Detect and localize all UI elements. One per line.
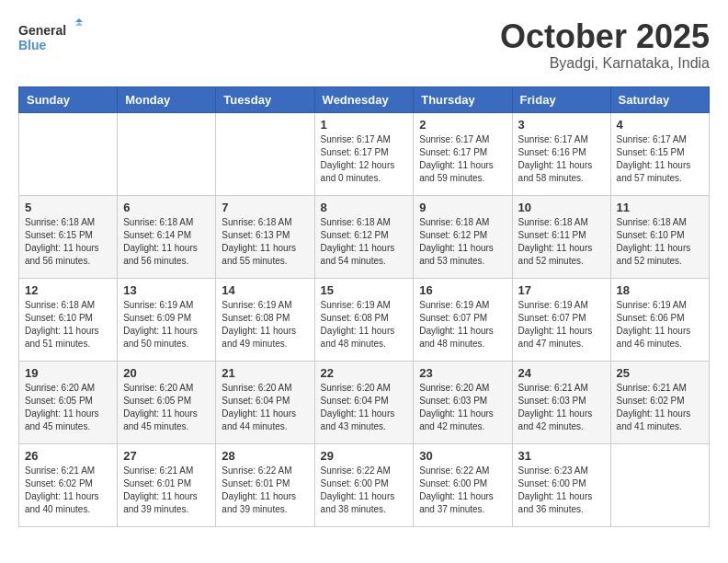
- day-cell: 13Sunrise: 6:19 AMSunset: 6:09 PMDayligh…: [118, 278, 216, 361]
- day-number: 1: [321, 118, 408, 132]
- weekday-header-sunday: Sunday: [19, 86, 118, 112]
- day-number: 23: [419, 366, 506, 380]
- day-info: Sunrise: 6:20 AMSunset: 6:04 PMDaylight:…: [321, 382, 408, 433]
- day-cell: 10Sunrise: 6:18 AMSunset: 6:11 PMDayligh…: [512, 195, 610, 278]
- weekday-header-friday: Friday: [512, 86, 610, 112]
- day-cell: 7Sunrise: 6:18 AMSunset: 6:13 PMDaylight…: [216, 195, 314, 278]
- day-cell: 6Sunrise: 6:18 AMSunset: 6:14 PMDaylight…: [118, 195, 216, 278]
- day-info: Sunrise: 6:18 AMSunset: 6:15 PMDaylight:…: [25, 216, 111, 268]
- logo-svg: General Blue: [18, 18, 83, 55]
- day-info: Sunrise: 6:21 AMSunset: 6:03 PMDaylight:…: [518, 382, 605, 433]
- day-number: 26: [25, 449, 111, 463]
- day-info: Sunrise: 6:22 AMSunset: 6:00 PMDaylight:…: [419, 465, 506, 516]
- logo: General Blue: [18, 18, 83, 55]
- day-info: Sunrise: 6:18 AMSunset: 6:10 PMDaylight:…: [617, 216, 703, 268]
- day-cell: 23Sunrise: 6:20 AMSunset: 6:03 PMDayligh…: [414, 361, 512, 443]
- day-number: 16: [419, 283, 506, 297]
- day-cell: 14Sunrise: 6:19 AMSunset: 6:08 PMDayligh…: [216, 278, 314, 361]
- day-cell: 12Sunrise: 6:18 AMSunset: 6:10 PMDayligh…: [19, 278, 118, 361]
- day-info: Sunrise: 6:17 AMSunset: 6:17 PMDaylight:…: [321, 133, 408, 185]
- day-info: Sunrise: 6:22 AMSunset: 6:01 PMDaylight:…: [222, 465, 308, 516]
- day-cell: 18Sunrise: 6:19 AMSunset: 6:06 PMDayligh…: [610, 278, 709, 361]
- day-info: Sunrise: 6:19 AMSunset: 6:08 PMDaylight:…: [222, 299, 308, 350]
- day-cell: 19Sunrise: 6:20 AMSunset: 6:05 PMDayligh…: [19, 361, 118, 443]
- svg-marker-3: [75, 22, 83, 26]
- day-cell: 17Sunrise: 6:19 AMSunset: 6:07 PMDayligh…: [512, 278, 610, 361]
- day-number: 14: [222, 283, 308, 297]
- day-number: 11: [617, 201, 703, 214]
- weekday-header-row: SundayMondayTuesdayWednesdayThursdayFrid…: [19, 86, 710, 112]
- day-cell: [216, 112, 314, 195]
- day-info: Sunrise: 6:19 AMSunset: 6:08 PMDaylight:…: [321, 299, 408, 350]
- day-info: Sunrise: 6:21 AMSunset: 6:02 PMDaylight:…: [25, 465, 111, 516]
- day-number: 24: [518, 366, 605, 380]
- weekday-header-monday: Monday: [118, 86, 216, 112]
- week-row-4: 19Sunrise: 6:20 AMSunset: 6:05 PMDayligh…: [19, 361, 710, 443]
- day-number: 19: [25, 366, 111, 380]
- day-cell: 25Sunrise: 6:21 AMSunset: 6:02 PMDayligh…: [610, 361, 709, 443]
- week-row-2: 5Sunrise: 6:18 AMSunset: 6:15 PMDaylight…: [19, 195, 710, 278]
- weekday-header-wednesday: Wednesday: [314, 86, 414, 112]
- day-info: Sunrise: 6:19 AMSunset: 6:07 PMDaylight:…: [518, 299, 605, 350]
- day-cell: 27Sunrise: 6:21 AMSunset: 6:01 PMDayligh…: [118, 443, 216, 526]
- day-cell: [610, 443, 709, 526]
- day-number: 28: [222, 449, 308, 463]
- day-number: 29: [321, 449, 408, 463]
- day-info: Sunrise: 6:23 AMSunset: 6:00 PMDaylight:…: [518, 465, 605, 516]
- week-row-5: 26Sunrise: 6:21 AMSunset: 6:02 PMDayligh…: [19, 443, 710, 526]
- day-info: Sunrise: 6:17 AMSunset: 6:16 PMDaylight:…: [518, 133, 605, 185]
- day-number: 31: [518, 449, 605, 463]
- day-number: 6: [123, 201, 210, 214]
- day-info: Sunrise: 6:21 AMSunset: 6:01 PMDaylight:…: [123, 465, 210, 516]
- day-number: 3: [518, 118, 605, 132]
- day-info: Sunrise: 6:18 AMSunset: 6:12 PMDaylight:…: [321, 216, 408, 268]
- day-cell: 3Sunrise: 6:17 AMSunset: 6:16 PMDaylight…: [512, 112, 610, 195]
- week-row-3: 12Sunrise: 6:18 AMSunset: 6:10 PMDayligh…: [19, 278, 710, 361]
- day-number: 8: [321, 201, 408, 214]
- day-number: 15: [321, 283, 408, 297]
- day-info: Sunrise: 6:19 AMSunset: 6:06 PMDaylight:…: [617, 299, 703, 350]
- day-info: Sunrise: 6:20 AMSunset: 6:04 PMDaylight:…: [222, 382, 308, 433]
- day-info: Sunrise: 6:20 AMSunset: 6:05 PMDaylight:…: [123, 382, 210, 433]
- day-number: 25: [617, 366, 703, 380]
- day-info: Sunrise: 6:17 AMSunset: 6:15 PMDaylight:…: [617, 133, 703, 185]
- day-info: Sunrise: 6:18 AMSunset: 6:13 PMDaylight:…: [222, 216, 308, 268]
- day-number: 9: [419, 201, 506, 214]
- day-info: Sunrise: 6:20 AMSunset: 6:03 PMDaylight:…: [419, 382, 506, 433]
- day-cell: 1Sunrise: 6:17 AMSunset: 6:17 PMDaylight…: [314, 112, 414, 195]
- title-block: October 2025 Byadgi, Karnataka, India: [500, 18, 710, 72]
- day-info: Sunrise: 6:18 AMSunset: 6:14 PMDaylight:…: [123, 216, 210, 268]
- day-number: 12: [25, 283, 111, 297]
- day-cell: 11Sunrise: 6:18 AMSunset: 6:10 PMDayligh…: [610, 195, 709, 278]
- weekday-header-tuesday: Tuesday: [216, 86, 314, 112]
- day-cell: 30Sunrise: 6:22 AMSunset: 6:00 PMDayligh…: [414, 443, 512, 526]
- day-cell: [19, 112, 118, 195]
- day-number: 2: [419, 118, 506, 132]
- calendar-table: SundayMondayTuesdayWednesdayThursdayFrid…: [18, 86, 710, 527]
- day-cell: 31Sunrise: 6:23 AMSunset: 6:00 PMDayligh…: [512, 443, 610, 526]
- day-info: Sunrise: 6:18 AMSunset: 6:10 PMDaylight:…: [25, 299, 111, 350]
- day-number: 10: [518, 201, 605, 214]
- svg-text:Blue: Blue: [18, 38, 47, 52]
- day-cell: 20Sunrise: 6:20 AMSunset: 6:05 PMDayligh…: [118, 361, 216, 443]
- day-cell: 22Sunrise: 6:20 AMSunset: 6:04 PMDayligh…: [314, 361, 414, 443]
- day-cell: 9Sunrise: 6:18 AMSunset: 6:12 PMDaylight…: [414, 195, 512, 278]
- month-title: October 2025: [500, 18, 710, 55]
- svg-text:General: General: [18, 23, 66, 38]
- day-number: 7: [222, 201, 308, 214]
- day-number: 5: [25, 201, 111, 214]
- day-cell: 21Sunrise: 6:20 AMSunset: 6:04 PMDayligh…: [216, 361, 314, 443]
- page-header: General Blue October 2025 Byadgi, Karnat…: [18, 18, 710, 72]
- weekday-header-thursday: Thursday: [414, 86, 512, 112]
- day-info: Sunrise: 6:18 AMSunset: 6:11 PMDaylight:…: [518, 216, 605, 268]
- day-cell: 28Sunrise: 6:22 AMSunset: 6:01 PMDayligh…: [216, 443, 314, 526]
- day-number: 4: [617, 118, 703, 132]
- day-info: Sunrise: 6:18 AMSunset: 6:12 PMDaylight:…: [419, 216, 506, 268]
- day-number: 13: [123, 283, 210, 297]
- day-cell: 24Sunrise: 6:21 AMSunset: 6:03 PMDayligh…: [512, 361, 610, 443]
- day-info: Sunrise: 6:17 AMSunset: 6:17 PMDaylight:…: [419, 133, 506, 185]
- day-info: Sunrise: 6:20 AMSunset: 6:05 PMDaylight:…: [25, 382, 111, 433]
- day-number: 18: [617, 283, 703, 297]
- day-number: 17: [518, 283, 605, 297]
- day-info: Sunrise: 6:22 AMSunset: 6:00 PMDaylight:…: [321, 465, 408, 516]
